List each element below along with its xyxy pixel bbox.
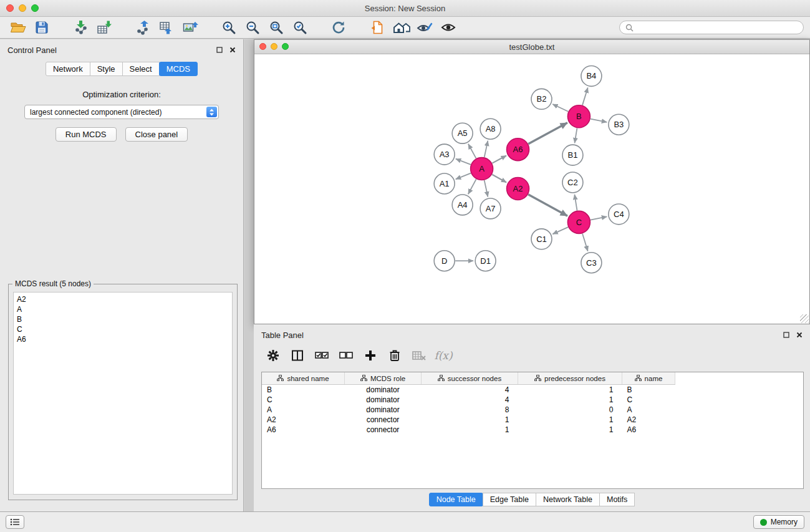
cell-MCDS-role[interactable]: connector xyxy=(345,415,422,425)
graph-edge-A-A3[interactable] xyxy=(456,159,471,165)
column-header-shared-name[interactable]: shared name xyxy=(262,372,345,385)
cell-predecessor-nodes[interactable]: 1 xyxy=(518,395,622,405)
cell-shared-name[interactable]: A xyxy=(262,405,345,415)
table-settings-button[interactable] xyxy=(265,347,281,364)
mcds-result-item[interactable]: A6 xyxy=(17,334,229,344)
minimize-network-window-button[interactable] xyxy=(271,43,277,50)
function-builder-button[interactable]: f(x) xyxy=(435,347,451,364)
graph-edge-B-B3[interactable] xyxy=(591,119,607,122)
mcds-result-list[interactable]: A2ABCA6 xyxy=(13,292,233,495)
graph-edge-C-C1[interactable] xyxy=(552,227,568,234)
graph-edge-A-A6[interactable] xyxy=(492,156,506,163)
cell-MCDS-role[interactable]: dominator xyxy=(345,385,422,395)
cell-predecessor-nodes[interactable]: 1 xyxy=(518,415,622,425)
cell-name[interactable]: C xyxy=(622,395,675,405)
graph-node-A1[interactable]: A1 xyxy=(434,173,455,194)
graph-node-C3[interactable]: C3 xyxy=(581,253,602,273)
graph-node-A5[interactable]: A5 xyxy=(452,123,473,143)
column-header-successor-nodes[interactable]: successor nodes xyxy=(422,372,518,385)
import-table-button[interactable] xyxy=(92,18,116,37)
import-network-button[interactable] xyxy=(69,18,92,37)
run-mcds-button[interactable]: Run MCDS xyxy=(55,127,117,142)
tab-motifs[interactable]: Motifs xyxy=(599,493,635,506)
tab-node-table[interactable]: Node Table xyxy=(429,493,483,506)
graph-node-A7[interactable]: A7 xyxy=(480,198,501,219)
graph-edge-C-C4[interactable] xyxy=(591,216,607,220)
graph-edge-A6-B[interactable] xyxy=(528,123,567,144)
open-session-button[interactable] xyxy=(6,18,30,37)
graph-node-D[interactable]: D xyxy=(434,251,455,271)
cell-successor-nodes[interactable]: 1 xyxy=(422,415,518,425)
add-column-button[interactable] xyxy=(362,347,378,364)
graph-node-B2[interactable]: B2 xyxy=(531,89,552,109)
network-view[interactable]: B4B2BB3B1A5A8A6A3AA1A2C2A4A7C4CC1C3DD1 xyxy=(254,54,809,324)
select-all-button[interactable] xyxy=(314,347,330,364)
cell-shared-name[interactable]: B xyxy=(262,385,345,395)
graph-edge-A-A2[interactable] xyxy=(492,175,506,183)
cell-predecessor-nodes[interactable]: 1 xyxy=(518,385,622,395)
cell-name[interactable]: A xyxy=(622,405,675,415)
graph-node-C2[interactable]: C2 xyxy=(562,172,583,193)
graph-node-A3[interactable]: A3 xyxy=(434,144,455,165)
column-header-predecessor-nodes[interactable]: predecessor nodes xyxy=(518,372,622,385)
tab-style[interactable]: Style xyxy=(90,62,123,76)
cell-successor-nodes[interactable]: 4 xyxy=(422,385,518,395)
cell-successor-nodes[interactable]: 4 xyxy=(422,395,518,405)
export-network-button[interactable] xyxy=(131,18,155,37)
memory-button[interactable]: Memory xyxy=(753,515,804,529)
show-graphics-details-button[interactable] xyxy=(436,18,460,37)
close-window-button[interactable] xyxy=(6,4,14,12)
graph-edge-C-C2[interactable] xyxy=(574,195,577,211)
table-row[interactable]: Adominator80A xyxy=(262,405,675,415)
graph-node-A2[interactable]: A2 xyxy=(507,178,529,200)
graph-node-C1[interactable]: C1 xyxy=(531,229,552,249)
save-session-button[interactable] xyxy=(30,18,54,37)
graph-node-B4[interactable]: B4 xyxy=(581,65,602,86)
graph-node-A6[interactable]: A6 xyxy=(507,138,529,161)
graph-edge-A2-C[interactable] xyxy=(528,195,567,216)
maximize-network-window-button[interactable] xyxy=(282,43,289,50)
zoom-fit-button[interactable] xyxy=(264,18,288,37)
float-panel-icon[interactable] xyxy=(216,46,223,55)
delete-column-button[interactable] xyxy=(387,347,403,364)
cell-successor-nodes[interactable]: 8 xyxy=(422,405,518,415)
float-table-panel-icon[interactable] xyxy=(783,331,789,340)
paint-styles-button[interactable] xyxy=(413,18,436,37)
close-panel-icon[interactable] xyxy=(229,46,236,55)
close-network-window-button[interactable] xyxy=(259,43,266,50)
mcds-result-item[interactable]: C xyxy=(17,324,229,334)
export-image-button[interactable] xyxy=(178,18,202,37)
graph-node-D1[interactable]: D1 xyxy=(475,251,496,271)
maximize-window-button[interactable] xyxy=(31,4,39,12)
deselect-all-button[interactable] xyxy=(338,347,354,364)
close-panel-button[interactable]: Close panel xyxy=(125,127,188,142)
cell-shared-name[interactable]: A6 xyxy=(262,425,345,435)
cell-successor-nodes[interactable]: 1 xyxy=(422,425,518,435)
status-legend-button[interactable] xyxy=(6,515,24,529)
cell-MCDS-role[interactable]: connector xyxy=(345,425,422,435)
export-table-button[interactable] xyxy=(155,18,178,37)
table-row[interactable]: Cdominator41C xyxy=(262,395,675,405)
graph-node-C[interactable]: C xyxy=(567,211,590,233)
dropdown-stepper-icon[interactable] xyxy=(206,107,217,117)
show-columns-button[interactable] xyxy=(289,347,306,364)
cell-name[interactable]: B xyxy=(622,385,675,395)
zoom-selected-button[interactable] xyxy=(288,18,312,37)
graph-node-A[interactable]: A xyxy=(471,158,493,180)
graph-edge-B-B1[interactable] xyxy=(575,128,577,143)
graph-node-C4[interactable]: C4 xyxy=(609,204,629,225)
column-header-MCDS-role[interactable]: MCDS role xyxy=(345,372,422,385)
graph-edge-A-A1[interactable] xyxy=(456,173,471,180)
minimize-window-button[interactable] xyxy=(19,4,26,12)
zoom-in-button[interactable] xyxy=(217,18,241,37)
table-row[interactable]: A2connector11A2 xyxy=(262,415,675,425)
tab-edge-table[interactable]: Edge Table xyxy=(483,493,536,506)
search-box[interactable] xyxy=(619,21,804,34)
graph-edge-A-A8[interactable] xyxy=(485,141,488,157)
cell-name[interactable]: A6 xyxy=(622,425,675,435)
tab-mcds[interactable]: MCDS xyxy=(159,62,198,76)
graph-edge-B-B4[interactable] xyxy=(582,87,588,105)
zoom-out-button[interactable] xyxy=(241,18,264,37)
mcds-result-item[interactable]: B xyxy=(17,314,229,324)
search-input[interactable] xyxy=(637,22,798,32)
